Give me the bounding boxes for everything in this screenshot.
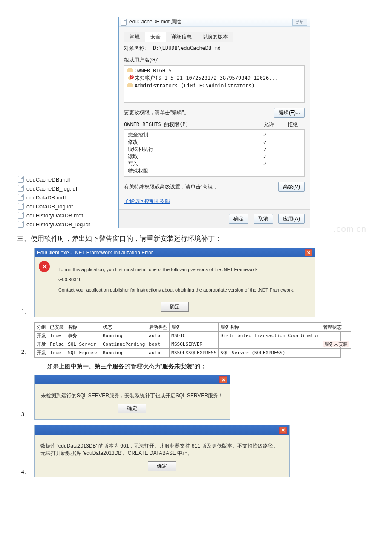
status-not-installed: 服务未安装	[323, 341, 349, 347]
permission-row: 读取✓	[128, 153, 301, 160]
principal-name: OWNER RIGHTS	[135, 68, 172, 74]
principal-name: Administrators (LiMi-PC\Administrators)	[135, 83, 255, 89]
table-header-row: 分组 已安装 名称 状态 启动类型 服务 服务名称 管理状态	[35, 323, 351, 332]
cancel-button[interactable]: 取消	[254, 214, 273, 224]
file-item[interactable]: eduHistoryDataDB_log.ldf	[17, 220, 115, 228]
table-row: 开发TrueSQL ExpressRunningautoMSSQL$SQLEXP…	[35, 349, 351, 357]
object-name-value: D:\EDUDB\eduCacheDB.mdf	[153, 45, 224, 51]
principal-name: 未知帐户(S-1-5-21-1072528172-3879579849-1202…	[135, 75, 278, 82]
permissions-table: 完全控制✓ 修改✓ 读取和执行✓ 读取✓ 写入✓ 特殊权限	[124, 129, 305, 177]
unknown-user-icon	[127, 76, 133, 81]
edit-hint: 要更改权限，请单击"编辑"。	[124, 109, 189, 116]
close-icon[interactable]: ✕	[279, 427, 287, 434]
check-icon: ✓	[253, 154, 277, 160]
edit-button[interactable]: 编辑(E)...	[274, 108, 305, 118]
file-list: eduCacheDB.mdf eduCacheDB_log.ldf eduDat…	[17, 175, 115, 228]
warning-message: 未检测到运行的SQL SERVER服务，安装系统补丁包或开启SQL SERVER…	[40, 392, 224, 399]
dialog-title	[37, 427, 38, 433]
file-name: eduDataDB.mdf	[26, 194, 66, 201]
principals-list[interactable]: OWNER RIGHTS 未知帐户(S-1-5-21-1072528172-38…	[124, 65, 305, 103]
col-header: 启动类型	[147, 323, 170, 332]
col-header: 状态	[101, 323, 147, 332]
item-number: 4、	[17, 468, 30, 477]
close-icon[interactable]: ✕	[219, 376, 227, 383]
services-table: 分组 已安装 名称 状态 启动类型 服务 服务名称 管理状态 开发True事务R…	[34, 322, 341, 358]
permission-row: 读取和执行✓	[128, 146, 301, 153]
file-icon	[18, 203, 24, 210]
col-header: 服务名称	[219, 323, 321, 332]
principal-row[interactable]: 未知帐户(S-1-5-21-1072528172-3879579849-1202…	[127, 74, 302, 82]
file-item[interactable]: eduHistoryDataDB.mdf	[17, 211, 115, 220]
item-number: 3、	[17, 410, 30, 420]
tabs: 常规 安全 详细信息 以前的版本	[124, 31, 305, 42]
col-header: 已安装	[48, 323, 66, 332]
file-name: eduHistoryDataDB.mdf	[26, 212, 83, 219]
permissions-label: OWNER RIGHTS 的权限(P)	[124, 121, 189, 128]
check-icon: ✓	[253, 147, 277, 153]
check-icon: ✓	[253, 139, 277, 145]
file-icon	[18, 194, 24, 201]
item-number: 1、	[17, 308, 30, 317]
apply-button[interactable]: 应用(A)	[278, 214, 305, 224]
dialog-title: EduClient.exe - .NET Framework Initializ…	[37, 250, 153, 256]
users-icon	[127, 83, 133, 88]
ok-button[interactable]: 确定	[148, 461, 176, 471]
check-icon: ✓	[253, 132, 277, 138]
error-icon: ✕	[39, 261, 50, 272]
dialog-title	[37, 377, 38, 383]
file-name: eduHistoryDataDB_log.ldf	[26, 221, 90, 228]
file-item[interactable]: eduCacheDB.mdf	[17, 175, 115, 184]
service-description: 如果上图中第一、第三个服务的管理状态为"服务未安装"的；	[47, 363, 371, 370]
file-icon	[121, 19, 127, 26]
principal-row[interactable]: OWNER RIGHTS	[127, 67, 302, 74]
close-icon[interactable]: ##	[292, 19, 307, 26]
close-icon[interactable]: ✕	[305, 249, 312, 256]
section-3-title: 三、使用软件时，弹出如下警告窗口的，请重新安装运行环境补丁：	[17, 235, 222, 242]
object-name-label: 对象名称:	[124, 45, 146, 51]
ok-button[interactable]: 确定	[118, 404, 146, 413]
file-item[interactable]: eduCacheDB_log.ldf	[17, 184, 115, 193]
error-line: Contact your application publisher for i…	[58, 287, 309, 292]
principal-row[interactable]: Administrators (LiMi-PC\Administrators)	[127, 82, 302, 89]
col-header: 管理状态	[321, 323, 351, 332]
permission-row: 完全控制✓	[128, 131, 301, 139]
col-header: 服务	[170, 323, 219, 332]
error-line: To run this application, you first must …	[58, 267, 309, 272]
net-error-dialog: EduClient.exe - .NET Framework Initializ…	[34, 248, 315, 317]
file-icon	[18, 212, 24, 219]
error-line: 数据库 'eduData2013DB' 的版本为 661，无法打开。此服务器支持…	[40, 442, 283, 450]
tab-general[interactable]: 常规	[124, 32, 145, 42]
file-name: eduDataDB_log.ldf	[26, 203, 73, 210]
item-number: 2、	[17, 348, 30, 358]
file-name: eduCacheDB.mdf	[26, 176, 70, 183]
col-allow: 允许	[257, 121, 281, 128]
file-item[interactable]: eduDataDB_log.ldf	[17, 202, 115, 211]
file-item[interactable]: eduDataDB.mdf	[17, 193, 115, 202]
dialog-title: eduCacheDB.mdf 属性	[129, 18, 181, 26]
tab-details[interactable]: 详细信息	[166, 32, 197, 42]
file-icon	[18, 176, 24, 183]
permission-row: 特殊权限	[128, 168, 301, 175]
table-row: 开发True事务RunningautoMSDTCDistributed Tran…	[35, 332, 351, 340]
properties-dialog: eduCacheDB.mdf 属性 ## 常规 安全 详细信息 以前的版本 对象…	[118, 17, 310, 228]
file-icon	[18, 185, 24, 192]
db-version-error-dialog: ✕ 数据库 'eduData2013DB' 的版本为 661，无法打开。此服务器…	[34, 425, 290, 477]
file-icon	[18, 221, 24, 228]
table-row: 开发FalseSQL ServerContinuePendingbootMSSQ…	[35, 340, 351, 349]
col-header: 名称	[66, 323, 101, 332]
ok-button[interactable]: 确定	[229, 214, 248, 224]
advanced-button[interactable]: 高级(V)	[278, 182, 305, 192]
learn-acl-link[interactable]: 了解访问控制和权限	[124, 198, 170, 205]
check-icon: ✓	[253, 161, 277, 167]
col-deny: 拒绝	[281, 121, 305, 128]
error-line: v4.0.30319	[58, 277, 309, 282]
file-name: eduCacheDB_log.ldf	[26, 185, 77, 192]
tab-previous-versions[interactable]: 以前的版本	[197, 32, 233, 42]
col-header: 分组	[35, 323, 48, 332]
sql-warning-dialog: ✕ 未检测到运行的SQL SERVER服务，安装系统补丁包或开启SQL SERV…	[34, 375, 230, 420]
tab-security[interactable]: 安全	[145, 32, 166, 42]
ok-button[interactable]: 确定	[161, 302, 189, 312]
permission-row: 写入✓	[128, 160, 301, 168]
error-line: 无法打开新数据库 'eduData2013DB'。CREATE DATABASE…	[40, 450, 283, 457]
group-users-label: 组或用户名(G):	[124, 56, 305, 64]
